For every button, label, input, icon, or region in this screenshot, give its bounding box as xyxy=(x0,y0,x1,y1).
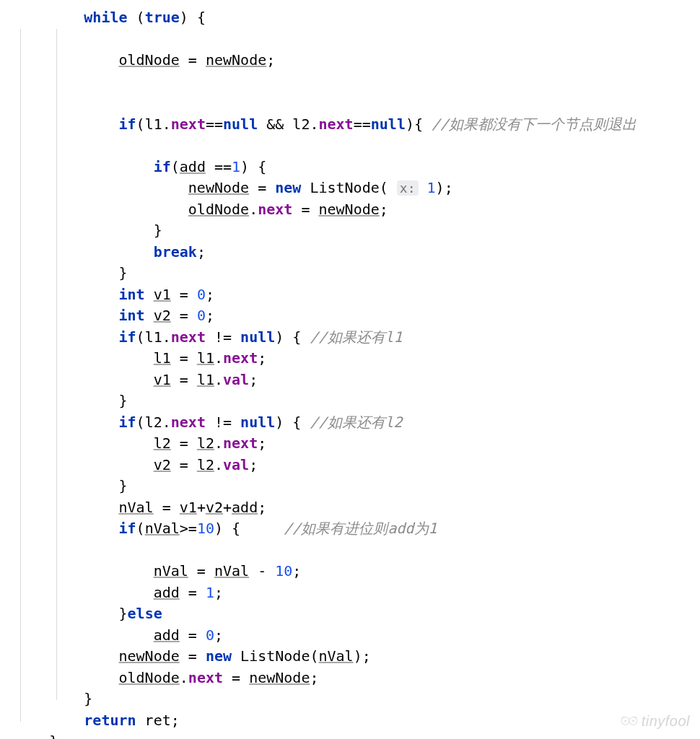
code-token: . xyxy=(214,434,223,452)
code-line: if(nVal>=10) { //如果有进位则add为1 xyxy=(14,518,700,540)
watermark: tinyfool xyxy=(620,711,690,733)
code-token: oldNode xyxy=(119,669,180,686)
code-line: l2 = l2.next; xyxy=(14,433,700,455)
code-token: == xyxy=(354,115,371,133)
code-line: } xyxy=(14,688,700,710)
code-token: ; xyxy=(258,499,266,516)
code-token: newNode xyxy=(318,201,379,218)
code-line: nVal = nVal - 10; xyxy=(14,561,700,582)
code-token: } xyxy=(154,222,162,239)
code-token: next xyxy=(258,201,292,218)
code-token: v2 xyxy=(154,307,171,324)
code-token: l2 xyxy=(154,434,171,452)
code-token: ; xyxy=(249,371,258,388)
code-token: = xyxy=(154,499,180,516)
code-line: } xyxy=(14,263,700,284)
code-token: null xyxy=(371,115,406,133)
code-token: } xyxy=(119,264,128,281)
code-token: val xyxy=(223,456,249,473)
code-token: v1 xyxy=(154,371,171,388)
code-token: ; xyxy=(206,286,214,303)
code-token: if xyxy=(119,520,136,537)
code-line: if(l1.next==null && l2.next==null){ //如果… xyxy=(14,114,700,136)
code-token: != xyxy=(206,328,240,346)
code-token: . xyxy=(214,349,223,367)
code-token: >= xyxy=(180,520,197,537)
code-token: . xyxy=(249,201,258,218)
code-line: v1 = l1.val; xyxy=(14,370,700,391)
code-token: v1 xyxy=(180,499,197,516)
code-line: int v2 = 0; xyxy=(14,305,700,327)
svg-point-3 xyxy=(631,720,634,722)
code-token: break xyxy=(154,243,197,261)
code-token: . xyxy=(180,669,188,686)
code-token: ) { xyxy=(240,158,266,175)
code-token: ; xyxy=(380,201,388,218)
code-token: next xyxy=(223,349,258,367)
code-token: 1 xyxy=(427,179,436,196)
code-token: ); xyxy=(354,647,371,665)
svg-point-2 xyxy=(624,720,626,722)
code-token: add xyxy=(180,158,206,175)
code-token: 10 xyxy=(197,520,214,537)
code-token: l1 xyxy=(197,349,214,367)
code-line: v2 = l2.val; xyxy=(14,455,700,476)
code-token: newNode xyxy=(119,647,180,665)
code-line: oldNode.next = newNode; xyxy=(14,668,700,689)
code-token: 0 xyxy=(197,307,206,324)
code-token: v2 xyxy=(154,456,171,473)
code-token: ); xyxy=(436,179,453,196)
eye-icon xyxy=(620,712,639,730)
code-token: next xyxy=(171,115,206,133)
code-token: int xyxy=(119,307,145,324)
code-line: nVal = v1+v2+add; xyxy=(14,497,700,519)
code-token: = xyxy=(171,371,197,388)
code-token: null xyxy=(240,328,275,346)
code-token: ; xyxy=(310,669,318,686)
code-token: } xyxy=(49,733,58,739)
code-line xyxy=(14,92,700,114)
code-token: v1 xyxy=(154,286,171,303)
code-token: v2 xyxy=(206,499,223,516)
code-token: = xyxy=(171,286,197,303)
code-token: ( xyxy=(171,158,180,175)
code-line: if(l1.next != null) { //如果还有l1 xyxy=(14,327,700,349)
code-token: l2 xyxy=(197,434,214,452)
code-token: x: xyxy=(397,180,419,196)
code-token: - xyxy=(249,562,275,580)
code-token: while xyxy=(84,9,127,26)
code-token: nVal xyxy=(154,562,188,580)
code-token: (l1. xyxy=(136,328,171,346)
code-line: newNode = new ListNode( x: 1); xyxy=(14,178,700,199)
code-token: ; xyxy=(258,434,266,452)
code-line: return ret; xyxy=(14,710,700,732)
code-token: (l1. xyxy=(136,115,171,133)
code-token: newNode xyxy=(206,51,266,69)
code-token: = xyxy=(292,201,318,218)
code-line: int v1 = 0; xyxy=(14,284,700,306)
code-token: l1 xyxy=(154,349,171,367)
code-token: ListNode( xyxy=(232,647,318,665)
code-token: ListNode( xyxy=(301,179,396,196)
code-token: ) { xyxy=(275,414,310,431)
code-line xyxy=(14,71,700,93)
code-token: . xyxy=(214,456,223,473)
code-token: } xyxy=(119,477,128,494)
code-token: != xyxy=(206,414,240,431)
code-token: //如果都没有下一个节点则退出 xyxy=(432,115,636,133)
code-token: else xyxy=(128,605,162,622)
code-token: if xyxy=(119,115,136,133)
code-token: add xyxy=(232,499,258,516)
code-token: = xyxy=(171,456,197,473)
code-token xyxy=(419,179,427,196)
code-token: (l2. xyxy=(136,414,171,431)
code-token: 0 xyxy=(206,626,214,644)
code-token: ( xyxy=(128,9,145,26)
code-token: //如果还有l1 xyxy=(310,328,402,346)
code-token: null xyxy=(223,115,258,133)
code-token: nVal xyxy=(318,647,353,665)
code-line: } xyxy=(14,476,700,497)
code-token: } xyxy=(84,690,92,707)
watermark-text: tinyfool xyxy=(642,711,690,733)
code-token: next xyxy=(319,115,354,133)
